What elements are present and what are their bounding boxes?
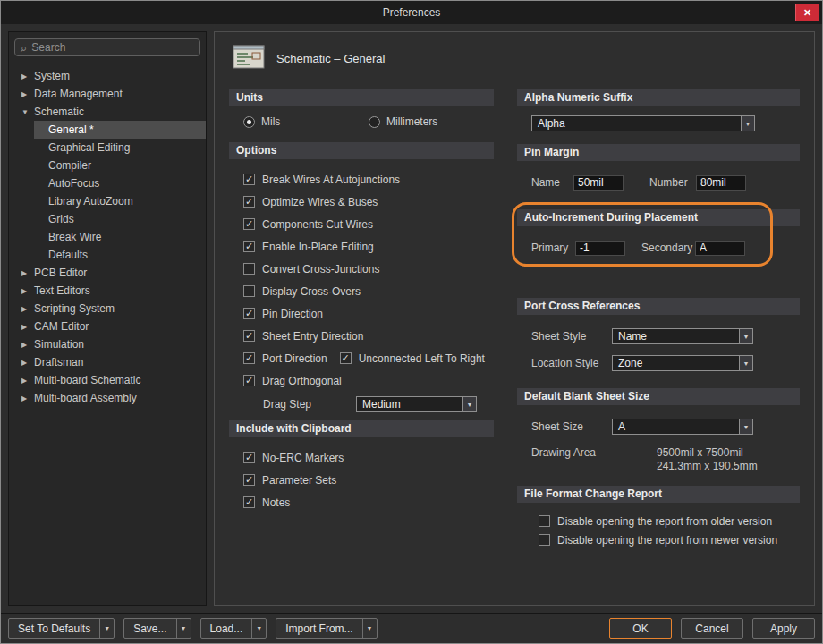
chevron-down-icon[interactable]: ▼ [739,419,752,434]
checkbox[interactable] [243,375,255,386]
sidebar-item-break-wire[interactable]: Break Wire [34,228,206,246]
checkbox-display-cross-overs[interactable]: Display Cross-Overs [229,280,494,302]
sidebar-item-grids[interactable]: Grids [34,210,206,228]
sidebar-item-label: Draftsman [34,356,83,369]
expand-icon[interactable]: ▶ [21,341,34,349]
checkbox[interactable] [243,352,255,364]
expand-icon[interactable]: ▶ [21,287,34,295]
checkbox-drag-orthogonal[interactable]: Drag Orthogonal [229,369,494,392]
checkbox-pin-direction[interactable]: Pin Direction [229,302,494,325]
chevron-down-icon[interactable]: ▼ [362,619,377,638]
sidebar-item-graphical-editing[interactable]: Graphical Editing [34,139,206,157]
checkbox-components-cut-wires[interactable]: Components Cut Wires [229,213,494,235]
sidebar-item-multi-board-schematic[interactable]: ▶Multi-board Schematic [9,371,206,389]
checkbox-convert-cross-junctions[interactable]: Convert Cross-Junctions [229,258,494,280]
primary-field[interactable] [575,241,625,256]
apply-button[interactable]: Apply [752,618,815,639]
sidebar-item-data-management[interactable]: ▶Data Management [9,85,206,103]
checkbox[interactable] [243,308,255,319]
sidebar-item-scripting-system[interactable]: ▶Scripting System [9,300,206,318]
location-style-label: Location Style [531,357,612,369]
sidebar-item-compiler[interactable]: Compiler [34,157,206,174]
sidebar-item-autofocus[interactable]: AutoFocus [34,174,206,192]
secondary-field[interactable] [695,241,745,256]
sidebar-item-schematic[interactable]: ▼Schematic [9,103,206,121]
sheet-size-select[interactable]: A ▼ [612,419,753,435]
expand-icon[interactable]: ▶ [21,394,34,402]
sidebar-item-simulation[interactable]: ▶Simulation [9,335,206,353]
sidebar-item-defaults[interactable]: Defaults [34,246,206,264]
radio-button[interactable] [369,116,380,128]
sidebar-item-library-autozoom[interactable]: Library AutoZoom [34,192,206,210]
set-to-defaults-button[interactable]: Set To Defaults ▼ [8,618,115,639]
checkbox[interactable] [539,534,550,546]
checkbox[interactable] [243,330,255,342]
checkbox[interactable] [243,474,255,486]
checkbox[interactable] [243,285,255,297]
checkbox[interactable] [243,496,255,508]
checkbox-no-erc-markers[interactable]: No-ERC Markers [229,446,494,469]
expand-icon[interactable]: ▶ [21,323,34,331]
checkbox-unconnected-left-to-right[interactable]: Unconnected Left To Right [340,352,485,365]
search-box[interactable]: ⌕ [14,38,200,56]
checkbox[interactable] [243,174,255,185]
radio-mils[interactable]: Mils [243,115,369,128]
checkbox[interactable] [243,218,255,230]
checkbox-break-wires[interactable]: Break Wires At Autojunctions [229,168,494,191]
chevron-down-icon[interactable]: ▼ [176,619,191,638]
sidebar-item-general[interactable]: General * [34,121,206,139]
expand-icon[interactable]: ▶ [21,72,34,80]
checkbox-optimize-wires[interactable]: Optimize Wires & Buses [229,191,494,213]
pin-margin-number-field[interactable] [696,175,746,191]
alpha-suffix-select[interactable]: Alpha ▼ [531,115,755,131]
drag-step-select[interactable]: Medium ▼ [356,396,477,412]
checkbox[interactable] [243,241,255,252]
chevron-down-icon[interactable]: ▼ [739,356,752,370]
chevron-down-icon[interactable]: ▼ [251,619,266,638]
sidebar-item-multi-board-assembly[interactable]: ▶Multi-board Assembly [9,389,206,407]
pin-margin-name-field[interactable] [573,175,624,191]
checkbox-sheet-entry-direction[interactable]: Sheet Entry Direction [229,325,494,347]
expand-icon[interactable]: ▶ [21,90,34,98]
checkbox[interactable] [243,196,255,208]
checkbox-port-direction[interactable]: Port Direction [243,352,327,365]
sidebar-item-system[interactable]: ▶System [9,67,206,85]
checkbox-parameter-sets[interactable]: Parameter Sets [229,469,494,491]
pin-margin-section-header: Pin Margin [517,144,800,161]
close-button[interactable]: ✕ [795,4,819,21]
expand-icon[interactable]: ▶ [21,359,34,367]
checkbox[interactable] [340,352,352,364]
window-title: Preferences [1,6,822,19]
sidebar-item-draftsman[interactable]: ▶Draftsman [9,353,206,371]
load-button[interactable]: Load... ▼ [200,618,267,639]
location-style-select[interactable]: Zone ▼ [612,355,753,371]
expand-icon[interactable]: ▶ [21,305,34,313]
ok-button[interactable]: OK [609,618,672,639]
checkbox-disable-older-version[interactable]: Disable opening the report from older ve… [517,512,800,530]
import-from-button[interactable]: Import From... ▼ [276,618,377,639]
checkbox-enable-in-place-editing[interactable]: Enable In-Place Editing [229,235,494,258]
sidebar-item-cam-editor[interactable]: ▶CAM Editor [9,318,206,335]
save-button[interactable]: Save... ▼ [123,618,191,639]
chevron-down-icon[interactable]: ▼ [741,116,754,131]
radio-button[interactable] [243,116,255,128]
radio-millimeters[interactable]: Millimeters [369,115,494,128]
expand-icon[interactable]: ▶ [21,377,34,385]
search-input[interactable] [31,41,194,54]
chevron-down-icon[interactable]: ▼ [739,329,752,343]
sidebar-item-label: System [34,70,70,82]
expand-icon[interactable]: ▶ [21,269,34,277]
checkbox[interactable] [539,515,550,527]
checkbox-disable-newer-version[interactable]: Disable opening the report from newer ve… [517,530,800,549]
cancel-button[interactable]: Cancel [681,618,743,639]
checkbox[interactable] [243,263,255,275]
sidebar-item-text-editors[interactable]: ▶Text Editors [9,282,206,300]
sidebar-item-pcb-editor[interactable]: ▶PCB Editor [9,264,206,282]
sheet-style-select[interactable]: Name ▼ [612,328,753,344]
chevron-down-icon[interactable]: ▼ [462,397,476,411]
checkbox-notes[interactable]: Notes [229,491,494,513]
collapse-icon[interactable]: ▼ [21,108,34,116]
chevron-down-icon[interactable]: ▼ [99,619,114,638]
checkbox[interactable] [243,452,255,463]
checkbox-label: Disable opening the report from older ve… [557,515,772,528]
